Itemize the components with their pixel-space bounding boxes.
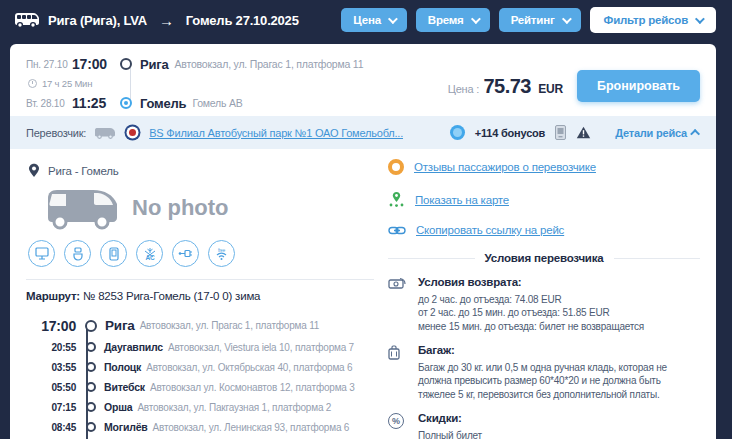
baggage-text: Багаж: Багаж до 30 кг. или 0,5 м одна ру… bbox=[418, 344, 700, 401]
filter-trips-label: Фильтр рейсов bbox=[604, 14, 688, 26]
copy-link-row: Скопировать ссылку на рейс bbox=[388, 224, 700, 236]
arrival-address: Гомель АВ bbox=[192, 97, 242, 109]
stop-time: 20:55 bbox=[26, 342, 76, 353]
refund-money-icon bbox=[388, 276, 406, 333]
price-value: 75.73 bbox=[483, 75, 531, 97]
stop-marker-icon bbox=[86, 362, 96, 372]
carrier-conditions-label: Условия перевозчика bbox=[485, 252, 604, 264]
discount-conditions: % Скидки: Полный билет Пенсионеры, 68.15… bbox=[388, 412, 700, 439]
route-number-value: № 8253 Рига-Гомель (17-0 0) зима bbox=[83, 290, 260, 302]
price-area: Цена : 75.73 EUR Бронировать bbox=[448, 70, 700, 102]
bonus-amount: +114 бонусов bbox=[475, 127, 545, 139]
reviews-link[interactable]: Отзывы пассажиров о перевозчике bbox=[414, 161, 596, 173]
stop-time: 03:55 bbox=[26, 362, 76, 373]
timeline-stop-mogilev: 08:45 Могилёв Автовокзал, ул. Ленинская … bbox=[26, 417, 374, 437]
book-button[interactable]: Бронировать bbox=[577, 70, 700, 102]
arrival-marker-icon bbox=[120, 97, 132, 109]
route-destination: Гомель 27.10.2025 bbox=[186, 13, 299, 28]
sort-buttons: Цена Время Рейтинг Фильтр рейсов bbox=[341, 7, 716, 33]
timeline-stop-vitebsk: 05:50 Витебск Автовокзал ул. Космонавтов… bbox=[26, 377, 374, 397]
route-number-row: Маршрут: № 8253 Рига-Гомель (17-0 0) зим… bbox=[26, 290, 374, 302]
trip-details-toggle[interactable]: Детали рейса bbox=[615, 127, 700, 139]
ac-icon: AC bbox=[136, 240, 163, 267]
carrier-name-link[interactable]: BS Филиал Автобусный парк №1 ОАО Гомельо… bbox=[149, 127, 403, 139]
charger-icon bbox=[100, 240, 127, 267]
stop-city: Орша bbox=[104, 401, 132, 413]
stop-marker-icon bbox=[86, 422, 96, 432]
timeline-stop-orsha: 07:15 Орша Автовокзал, ул. Пакгаузная 1,… bbox=[26, 397, 374, 417]
bus-photo-icon bbox=[44, 186, 122, 230]
timeline-stop-daugavpils: 20:55 Даугавпилс Автовокзал, Viestura ie… bbox=[26, 337, 374, 357]
no-photo-label: No photo bbox=[132, 195, 229, 221]
carrier-row-right: +114 бонусов Детали рейса bbox=[450, 125, 700, 140]
departure-day: Пн. 27.10 bbox=[26, 59, 72, 70]
chevron-down-icon bbox=[695, 14, 705, 24]
timeline-stop-polotsk: 03:55 Полоцк Автовокзал, ул. Октябрьская… bbox=[26, 357, 374, 377]
carrier-bus-icon bbox=[94, 127, 116, 139]
stop-address: Автовокзал, ул. Прагас 1, платформа 11 bbox=[140, 320, 319, 331]
departure-city: Рига bbox=[140, 57, 169, 72]
trip-card: Пн. 27.10 17:00 Рига Автовокзал, ул. Пра… bbox=[10, 44, 716, 439]
route-name-text: Рига - Гомель bbox=[48, 165, 119, 177]
price-block: Цена : 75.73 EUR bbox=[448, 75, 563, 98]
stop-city: Могилёв bbox=[104, 421, 148, 433]
clock-icon bbox=[28, 79, 37, 88]
stop-marker-icon bbox=[86, 402, 96, 412]
filter-trips-button[interactable]: Фильтр рейсов bbox=[590, 7, 716, 33]
reviews-icon bbox=[388, 159, 404, 175]
sort-time-button[interactable]: Время bbox=[416, 8, 490, 32]
refund-title: Условия возврата: bbox=[418, 276, 644, 290]
carrier-conditions-title: Условия перевозчика bbox=[388, 252, 700, 264]
details-left-column: Рига - Гомель No photo AC bbox=[26, 159, 374, 439]
baggage-title: Багаж: bbox=[418, 344, 700, 358]
bonus-coin-icon bbox=[450, 125, 465, 140]
trip-summary: Пн. 27.10 17:00 Рига Автовокзал, ул. Пра… bbox=[10, 44, 716, 116]
refund-line: от 2 час. до 15 мин. до отъезда: 51.85 E… bbox=[418, 306, 644, 320]
svg-text:free: free bbox=[218, 248, 226, 253]
chevron-down-icon bbox=[471, 14, 481, 24]
copy-trip-link[interactable]: Скопировать ссылку на рейс bbox=[416, 224, 564, 236]
sort-rating-label: Рейтинг bbox=[511, 14, 555, 26]
top-bar: Рига (Рига), LVA → Гомель 27.10.2025 Цен… bbox=[0, 0, 732, 40]
stop-address: Автовокзал ул. Космонавтов 12, платформа… bbox=[150, 382, 355, 393]
map-icon bbox=[388, 191, 405, 208]
route-number-label: Маршрут: bbox=[26, 290, 80, 302]
show-on-map-link[interactable]: Показать на карте bbox=[415, 194, 509, 206]
stop-city: Рига bbox=[105, 318, 135, 333]
sort-price-button[interactable]: Цена bbox=[341, 8, 406, 32]
baggage-conditions: Багаж: Багаж до 30 кг. или 0,5 м одна ру… bbox=[388, 344, 700, 401]
stop-time: 17:00 bbox=[26, 318, 76, 334]
arrival-day: Вт. 28.10 bbox=[26, 98, 72, 109]
chevron-down-icon bbox=[388, 14, 398, 24]
discounts-title: Скидки: bbox=[418, 412, 700, 426]
stop-marker-icon bbox=[86, 342, 96, 352]
trip-details-label: Детали рейса bbox=[615, 127, 687, 139]
tv-icon bbox=[28, 240, 55, 267]
trip-details: Рига - Гомель No photo AC bbox=[10, 149, 716, 439]
refund-line: менее 15 мин. до отъезда: билет не возвр… bbox=[418, 320, 644, 334]
left-divider bbox=[26, 279, 374, 280]
carrier-label: Перевозчик: bbox=[26, 127, 86, 139]
stop-time: 07:15 bbox=[26, 402, 76, 413]
carrier-row: Перевозчик: BS Филиал Автобусный парк №1… bbox=[10, 116, 716, 149]
stop-time: 05:50 bbox=[26, 382, 76, 393]
stop-city: Даугавпилс bbox=[104, 341, 163, 353]
warning-icon[interactable] bbox=[576, 126, 591, 139]
stop-marker-icon bbox=[86, 382, 96, 392]
route-origin: Рига (Рига), LVA bbox=[48, 13, 147, 28]
no-photo-placeholder: No photo bbox=[44, 186, 374, 230]
stop-marker-icon bbox=[85, 320, 97, 332]
timeline: 17:00 Рига Автовокзал, ул. Прагас 1, пла… bbox=[26, 314, 374, 439]
reviews-link-row: Отзывы пассажиров о перевозчике bbox=[388, 159, 700, 175]
route-name-row: Рига - Гомель bbox=[28, 163, 374, 178]
discount-line: Полный билет bbox=[418, 429, 700, 439]
duration-text: 17 ч 25 Мин bbox=[42, 78, 92, 89]
bus-icon bbox=[14, 12, 40, 28]
refund-line: до 2 час. до отъезда: 74.08 EUR bbox=[418, 293, 644, 307]
discounts-text: Скидки: Полный билет Пенсионеры, 68.15 E… bbox=[418, 412, 700, 439]
stop-time: 08:45 bbox=[26, 422, 76, 433]
stop-city: Витебск bbox=[104, 381, 145, 393]
sort-rating-button[interactable]: Рейтинг bbox=[499, 8, 581, 32]
amenities-row: AC free bbox=[28, 240, 374, 267]
refund-text: Условия возврата: до 2 час. до отъезда: … bbox=[418, 276, 644, 333]
